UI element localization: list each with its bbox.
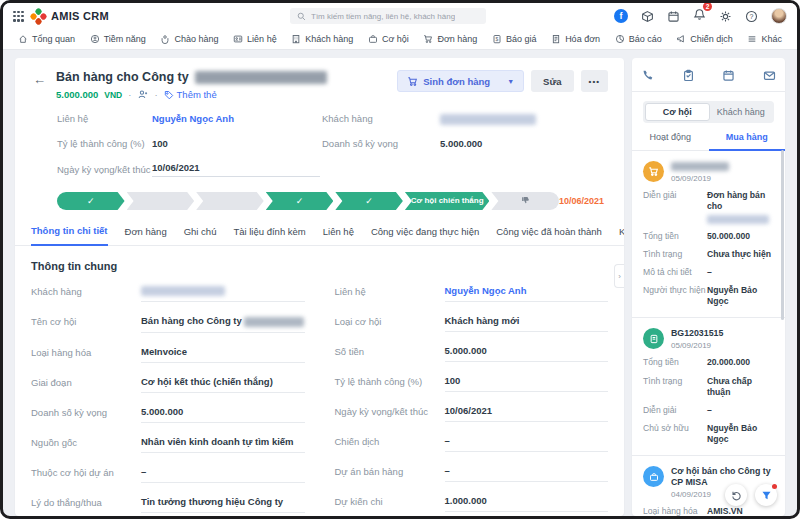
tab-ghi-chu[interactable]: Ghi chú	[184, 226, 217, 245]
detail-tabs: Thông tin chi tiết Đơn hàng Ghi chú Tài …	[15, 225, 624, 246]
person-icon[interactable]	[137, 89, 148, 100]
tab-lien-he[interactable]: Liên hệ	[323, 226, 354, 245]
tab-cong-viec-hoan-thanh[interactable]: Công việc đã hoàn thành	[496, 226, 602, 245]
toggle-khach-hang[interactable]: Khách hàng	[710, 103, 773, 121]
amis-logo-icon	[29, 7, 47, 25]
stage-1-done[interactable]: ✓	[57, 192, 125, 210]
tab-hoat-dong[interactable]: Hoạt động	[632, 132, 709, 150]
nav-item-khach-hang[interactable]: Khách hàng	[291, 34, 353, 44]
tab-thong-tin-chi-tiet[interactable]: Thông tin chi tiết	[31, 225, 108, 246]
nav-item-don-hang[interactable]: Đơn hàng	[423, 34, 477, 44]
chevron-down-icon: ▼	[507, 78, 514, 85]
more-actions-button[interactable]: •••	[581, 70, 608, 92]
tab-cong-viec-dang[interactable]: Công việc đang thực hiện	[371, 226, 479, 245]
contact-link[interactable]: Nguyễn Ngọc Anh	[152, 113, 322, 124]
tab-tai-lieu[interactable]: Tài liệu đính kèm	[233, 226, 305, 245]
panel-collapse-handle[interactable]: ›	[614, 264, 624, 288]
history-undo-button[interactable]	[725, 484, 747, 506]
invoice-icon	[551, 34, 561, 44]
offer-icon	[160, 34, 170, 44]
field-ty-le-thanh-cong: Tỷ lệ thành công (%)100	[335, 375, 609, 392]
stage-3[interactable]	[196, 192, 264, 210]
stage-2[interactable]	[127, 192, 195, 210]
redacted-title	[195, 71, 327, 84]
calendar-icon[interactable]	[722, 69, 735, 82]
check-icon: ✓	[296, 196, 304, 206]
pie-chart-icon	[615, 34, 625, 44]
contact-link[interactable]: Nguyễn Ngọc Anh	[445, 285, 609, 302]
stage-4-done[interactable]: ✓	[266, 192, 334, 210]
help-icon[interactable]: ?	[745, 10, 758, 23]
cart-icon	[648, 166, 659, 177]
field-doanh-so-ky-vong: Doanh số kỳ vọng5.000.000	[31, 406, 305, 423]
scrollbar[interactable]	[781, 150, 784, 320]
nav-item-khac[interactable]: Khác	[747, 34, 782, 44]
quote-icon	[649, 334, 659, 344]
nav-item-lien-he[interactable]: Liên hệ	[233, 34, 277, 44]
filter-alert-dot	[772, 484, 777, 489]
contact-card-icon	[233, 34, 243, 44]
field-du-an-ban-hang: Dự án bán hàng–	[335, 465, 609, 482]
notification-count-badge: 2	[703, 2, 712, 11]
envelope-icon[interactable]	[763, 69, 776, 82]
stage-5-done[interactable]: ✓	[335, 192, 403, 210]
apps-cube-icon[interactable]	[641, 10, 654, 23]
add-tag-button[interactable]: Thêm thẻ	[164, 89, 217, 100]
toggle-co-hoi[interactable]: Cơ hội	[645, 103, 710, 121]
lead-icon	[90, 34, 100, 44]
tab-don-hang[interactable]: Đơn hàng	[125, 226, 167, 245]
field-so-tien: Số tiền5.000.000	[335, 345, 609, 362]
undo-icon	[731, 490, 742, 501]
expected-close-date[interactable]: 10/06/2021	[152, 162, 320, 177]
card-field: Diễn giải–	[643, 405, 774, 416]
opportunity-amount: 5.000.000	[56, 89, 98, 100]
nav-item-chao-hang[interactable]: Chào hàng	[160, 34, 218, 44]
field-ten-co-hoi: Tên cơ hộiBán hàng cho Công ty	[31, 315, 305, 332]
global-search-input[interactable]: Tìm kiếm tiềm năng, liên hệ, khách hàng	[290, 8, 486, 24]
check-icon: ✓	[87, 196, 95, 206]
app-grid-icon[interactable]	[13, 11, 24, 22]
megaphone-icon	[676, 34, 686, 44]
nav-item-chien-dich[interactable]: Chiến dịch	[676, 34, 733, 44]
briefcase-icon	[649, 472, 659, 482]
back-button[interactable]: ←	[33, 72, 46, 87]
field-giai-doan: Giai đoạnCơ hội kết thúc (chiến thắng)	[31, 376, 305, 393]
section-title: Thông tin chung	[31, 260, 608, 272]
stage-won[interactable]: Cơ hội chiến thắng	[405, 192, 489, 210]
nav-item-hoa-don[interactable]: Hóa đơn	[551, 34, 600, 44]
related-quote-card[interactable]: BG12031515 05/09/2019 Tổng tiền20.000.00…	[643, 318, 774, 445]
field-du-kien-chi: Dự kiến chi1.000.000	[335, 495, 609, 512]
filter-button[interactable]	[755, 484, 777, 506]
related-order-card[interactable]: 05/09/2019 Diễn giảiĐơn hàng bán cho Tổn…	[643, 151, 774, 307]
redacted-value	[141, 286, 225, 296]
calendar-icon[interactable]	[667, 10, 680, 23]
phone-icon[interactable]	[641, 69, 654, 82]
notifications-button[interactable]: 2	[693, 7, 706, 25]
field-ngay-ky-vong: Ngày kỳ vọng/kết thúc10/06/2021	[335, 405, 609, 422]
nav-item-bao-gia[interactable]: $Báo giá	[492, 34, 537, 44]
nav-item-tiem-nang[interactable]: Tiềm năng	[90, 34, 146, 44]
quick-actions	[632, 66, 785, 92]
menu-icon	[747, 34, 757, 44]
card-field: Mô tả chi tiết–	[643, 267, 774, 278]
redacted-title	[671, 162, 729, 171]
tab-khac[interactable]: Khác▼	[619, 226, 624, 245]
nav-item-tong-quan[interactable]: Tổng quan	[18, 34, 75, 44]
tab-mua-hang[interactable]: Mua hàng	[709, 132, 786, 151]
stage-lost[interactable]	[491, 192, 559, 210]
edit-button[interactable]: Sửa	[531, 70, 574, 92]
field-ly-do-thang-thua: Lý do thắng/thuaTin tưởng thương hiệu Cô…	[31, 496, 305, 513]
card-title: BG12031515	[671, 328, 723, 339]
general-info-grid: Khách hàng Tên cơ hộiBán hàng cho Công t…	[31, 285, 608, 516]
home-icon	[18, 34, 28, 44]
nav-item-bao-cao[interactable]: Báo cáo	[615, 34, 662, 44]
facebook-icon[interactable]: f	[614, 9, 628, 23]
clipboard-icon[interactable]	[682, 69, 695, 82]
field-thuoc-co-hoi-du-an: Thuộc cơ hội dự án–	[31, 466, 305, 483]
nav-item-co-hoi[interactable]: Cơ hội	[368, 34, 409, 44]
gear-icon[interactable]	[719, 10, 732, 23]
user-avatar[interactable]	[771, 8, 787, 24]
related-panel: Cơ hội Khách hàng Hoạt động Mua hàng 05/…	[632, 58, 785, 516]
generate-order-button[interactable]: Sinh đơn hàng ▼	[397, 70, 524, 92]
currency-label: VND	[104, 90, 122, 100]
